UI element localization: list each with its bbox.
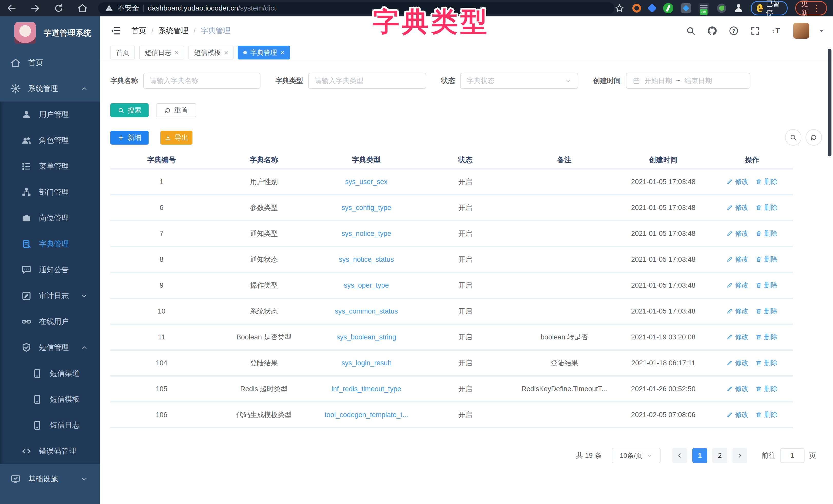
add-button[interactable]: 新增 <box>110 131 149 145</box>
font-size-icon[interactable]: tT <box>772 26 782 36</box>
prev-page-button[interactable] <box>672 448 687 463</box>
edit-link[interactable]: 修改 <box>727 281 748 290</box>
edit-link[interactable]: 修改 <box>727 229 748 238</box>
dict-type-link[interactable]: sys_user_sex <box>345 178 387 185</box>
sidebar-item[interactable]: 审计日志 <box>0 283 100 309</box>
tab[interactable]: 首页 <box>110 46 135 59</box>
delete-link[interactable]: 删除 <box>756 410 777 419</box>
delete-link[interactable]: 删除 <box>756 332 777 342</box>
dict-type-link[interactable]: sys_login_result <box>341 359 391 367</box>
status-select[interactable]: 字典状态 <box>460 73 578 89</box>
delete-link[interactable]: 删除 <box>756 358 777 368</box>
tab-active[interactable]: 字典管理× <box>238 46 290 59</box>
page-size-select[interactable]: 10条/页 <box>612 448 661 463</box>
extension-icon[interactable] <box>663 3 673 13</box>
export-button[interactable]: 导出 <box>160 131 192 145</box>
dict-type-link[interactable]: inf_redis_timeout_type <box>332 385 401 393</box>
bookmark-star-icon[interactable] <box>614 3 625 13</box>
dict-type-link[interactable]: tool_codegen_template_t... <box>325 411 408 419</box>
toggle-search-button[interactable] <box>785 129 802 146</box>
dict-type-link[interactable]: sys_notice_type <box>341 230 391 237</box>
extension-icon[interactable] <box>632 4 641 12</box>
delete-link[interactable]: 删除 <box>756 307 777 316</box>
sidebar-item[interactable]: 短信模板 <box>0 386 100 412</box>
scrollbar-thumb[interactable] <box>828 49 831 156</box>
extension-icon[interactable] <box>717 4 726 13</box>
back-icon[interactable] <box>6 3 17 14</box>
start-date-placeholder[interactable]: 开始日期 <box>644 76 672 85</box>
sidebar-item-active[interactable]: 字典管理 <box>0 231 100 257</box>
delete-link[interactable]: 删除 <box>756 177 777 186</box>
cell-dict-type: tool_codegen_template_t... <box>315 402 418 428</box>
reset-button[interactable]: 重置 <box>156 103 196 117</box>
forward-icon[interactable] <box>30 3 41 14</box>
delete-link[interactable]: 删除 <box>756 255 777 264</box>
edit-link[interactable]: 修改 <box>727 255 748 264</box>
sidebar-item[interactable]: 系统管理 <box>0 76 100 102</box>
sidebar-item[interactable]: 在线用户 <box>0 309 100 334</box>
help-icon[interactable]: ? <box>729 26 739 36</box>
sidebar-item[interactable]: 角色管理 <box>0 127 100 153</box>
edit-link[interactable]: 修改 <box>727 410 748 419</box>
close-icon[interactable]: × <box>175 49 178 56</box>
end-date-placeholder[interactable]: 结束日期 <box>684 76 712 85</box>
sidebar-item[interactable]: 基础设施 <box>0 466 100 492</box>
dict-type-link[interactable]: sys_notice_status <box>339 256 394 263</box>
sidebar-item[interactable]: 短信管理 <box>0 334 100 360</box>
edit-link[interactable]: 修改 <box>727 358 748 368</box>
breadcrumb-home[interactable]: 首页 <box>132 26 146 36</box>
address-bar[interactable]: 不安全 dashboard.yudao.iocoder.cn/system/di… <box>98 2 614 14</box>
dict-type-link[interactable]: sys_boolean_string <box>336 333 396 341</box>
sidebar-item[interactable]: 菜单管理 <box>0 153 100 179</box>
page-number-active[interactable]: 1 <box>692 448 707 463</box>
edit-link[interactable]: 修改 <box>727 203 748 212</box>
paused-extension-badge[interactable]: 已暂停 <box>751 1 788 16</box>
breadcrumb-system[interactable]: 系统管理 <box>159 26 188 36</box>
dict-name-input[interactable] <box>143 73 260 89</box>
sidebar-item[interactable]: 用户管理 <box>0 102 100 127</box>
sidebar-toggle-icon[interactable] <box>110 25 121 36</box>
next-page-button[interactable] <box>732 448 747 463</box>
fullscreen-icon[interactable] <box>750 26 760 36</box>
extension-icon[interactable] <box>647 4 657 13</box>
close-icon[interactable]: × <box>224 49 228 56</box>
dict-type-link[interactable]: sys_config_type <box>341 204 391 211</box>
extension-icon[interactable] <box>681 3 691 13</box>
dict-type-link[interactable]: sys_oper_type <box>344 281 389 289</box>
search-icon[interactable] <box>686 26 696 36</box>
browser-update-button[interactable]: 更新 ⋮ <box>795 1 827 16</box>
edit-link[interactable]: 修改 <box>727 332 748 342</box>
delete-link[interactable]: 删除 <box>756 203 777 212</box>
tab[interactable]: 短信日志× <box>139 46 184 59</box>
delete-link[interactable]: 删除 <box>756 384 777 393</box>
dict-type-link[interactable]: sys_common_status <box>335 307 398 315</box>
close-icon[interactable]: × <box>280 49 284 56</box>
user-avatar[interactable] <box>793 23 809 39</box>
sidebar-item[interactable]: 部门管理 <box>0 179 100 205</box>
edit-link[interactable]: 修改 <box>727 384 748 393</box>
sidebar-item[interactable]: 短信渠道 <box>0 360 100 386</box>
caret-down-icon[interactable] <box>818 27 825 34</box>
edit-link[interactable]: 修改 <box>727 177 748 186</box>
edit-link[interactable]: 修改 <box>727 307 748 316</box>
sidebar-item[interactable]: 通知公告 <box>0 257 100 283</box>
sidebar-item[interactable]: 短信日志 <box>0 412 100 438</box>
sidebar-item[interactable]: 错误码管理 <box>0 438 100 464</box>
goto-page-input[interactable] <box>780 448 805 463</box>
search-button[interactable]: 搜索 <box>110 103 149 117</box>
browser-menu-icon[interactable]: ⋮ <box>812 4 821 12</box>
date-range-picker[interactable]: 开始日期 ~ 结束日期 <box>626 73 751 89</box>
extension-icon[interactable]: on <box>698 3 709 13</box>
page-number-button[interactable]: 2 <box>712 448 727 463</box>
delete-link[interactable]: 删除 <box>756 281 777 290</box>
sidebar-item[interactable]: 岗位管理 <box>0 205 100 231</box>
dict-type-input[interactable] <box>308 73 426 89</box>
refresh-table-button[interactable] <box>806 129 822 146</box>
profile-icon[interactable] <box>734 4 743 13</box>
reload-icon[interactable] <box>53 3 64 14</box>
sidebar-item[interactable]: 首页 <box>0 50 100 76</box>
github-icon[interactable] <box>707 26 717 36</box>
home-icon[interactable] <box>77 3 88 14</box>
tab[interactable]: 短信模板× <box>188 46 234 59</box>
delete-link[interactable]: 删除 <box>756 229 777 238</box>
